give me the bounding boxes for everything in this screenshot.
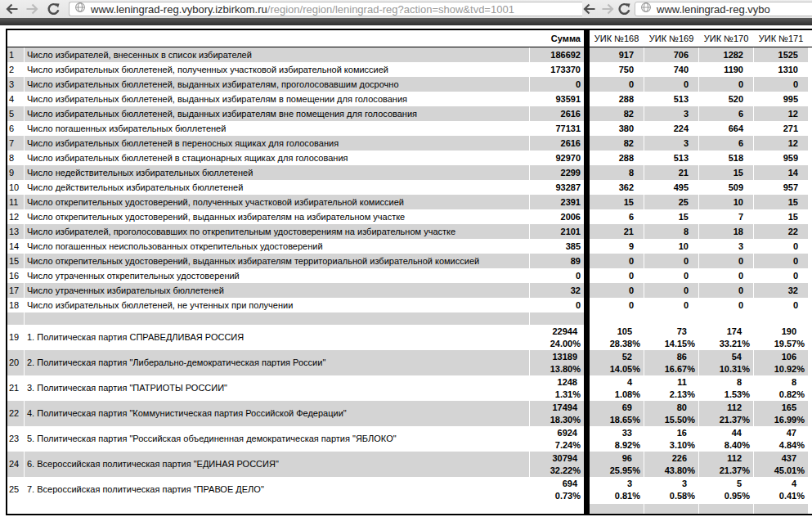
partial-cell bbox=[754, 504, 808, 514]
uik-value: 495 bbox=[644, 180, 698, 195]
uik-value: 513 bbox=[644, 92, 698, 106]
row-label: Число избирательных бюллетеней, выданных… bbox=[25, 106, 529, 121]
back-button[interactable] bbox=[5, 2, 20, 16]
vote-count: 69 bbox=[590, 402, 644, 414]
vote-percent: 13.80% bbox=[530, 363, 581, 375]
uik-value: 82 bbox=[590, 136, 644, 151]
uik-value: 32 bbox=[754, 283, 808, 298]
row-label: Число избирательных бюллетеней в стацион… bbox=[25, 151, 529, 165]
uik-value: 21 bbox=[644, 165, 698, 180]
row-label: Число избирательных бюллетеней, полученн… bbox=[25, 62, 529, 77]
sum-value: 0 bbox=[530, 298, 584, 312]
uik-value: 0 bbox=[644, 283, 698, 298]
vote-count: 22944 bbox=[530, 326, 581, 338]
uik-value: 9 bbox=[590, 239, 644, 254]
uik-value: 82 bbox=[590, 106, 644, 121]
table-row: 380224664271 bbox=[590, 121, 812, 136]
uik-votes-cell: 41.08% bbox=[590, 375, 644, 401]
uik-value: 664 bbox=[699, 121, 753, 136]
vote-count: 1248 bbox=[530, 376, 581, 389]
table-row: 823612 bbox=[590, 106, 812, 121]
sum-value: 0 bbox=[530, 268, 584, 283]
vote-count: 112 bbox=[699, 452, 753, 465]
uik-votes-cell: 80.82% bbox=[754, 375, 808, 401]
uik-value: 15 bbox=[590, 195, 644, 209]
table-row: 9Число недействительных избирательных бю… bbox=[7, 165, 584, 180]
uik-votes-cell: 474.84% bbox=[754, 426, 808, 452]
uik-value: 959 bbox=[754, 151, 808, 165]
uik-value: 509 bbox=[699, 180, 753, 195]
row-number: 6 bbox=[7, 121, 24, 136]
vote-percent: 0.73% bbox=[530, 490, 581, 502]
uik-value: 0 bbox=[590, 268, 644, 283]
uik-votes-cell: 30.81% bbox=[590, 477, 644, 502]
table-row: 2Число избирательных бюллетеней, получен… bbox=[7, 62, 584, 77]
uik-value: 750 bbox=[590, 62, 644, 77]
uik-votes-cell: 11221.37% bbox=[699, 452, 753, 477]
uik-value: 740 bbox=[644, 62, 698, 77]
vote-count: 165 bbox=[754, 402, 808, 414]
url-omnibox-left[interactable]: www.leningrad-reg.vybory.izbirkom.ru/reg… bbox=[69, 2, 582, 16]
sum-value: 2391 bbox=[530, 195, 584, 209]
vote-count: 5 bbox=[699, 478, 753, 490]
uik-value: 15 bbox=[754, 209, 808, 224]
vote-count: 96 bbox=[590, 452, 644, 465]
vote-count: 47 bbox=[754, 427, 808, 439]
party-row: 224. Политическая партия "Коммунистическ… bbox=[7, 401, 584, 426]
uik-value: 15 bbox=[699, 165, 753, 180]
table-row: 00032 bbox=[590, 283, 812, 298]
vote-count: 3 bbox=[590, 478, 644, 490]
back-button-right[interactable] bbox=[582, 2, 597, 16]
table-header-row: Сумма bbox=[7, 30, 584, 47]
table-row: 0000 bbox=[590, 77, 812, 92]
uik-value: 10 bbox=[699, 195, 753, 209]
browser-toolbar: www.leningrad-reg.vybory.izbirkom.ru/reg… bbox=[0, 0, 812, 18]
row-label: Число избирательных бюллетеней, выданных… bbox=[25, 92, 529, 106]
table-row: 0000 bbox=[590, 254, 812, 268]
table-row: 16Число утраченных открепительных удосто… bbox=[7, 268, 584, 283]
partial-next-row bbox=[590, 504, 812, 514]
vote-count: 4 bbox=[754, 478, 808, 490]
table-row: 1Число избирателей, внесенных в список и… bbox=[7, 47, 584, 62]
sum-value: 2616 bbox=[530, 136, 584, 151]
vote-count: 73 bbox=[644, 326, 698, 338]
uik-value: 706 bbox=[644, 47, 698, 62]
reload-button-right[interactable] bbox=[617, 2, 632, 16]
uik-value: 995 bbox=[754, 92, 808, 106]
row-number: 16 bbox=[7, 268, 24, 283]
vote-count: 106 bbox=[754, 351, 808, 363]
forward-button-right[interactable] bbox=[600, 2, 615, 16]
uik-value: 25 bbox=[644, 195, 698, 209]
sum-value: 93591 bbox=[530, 92, 584, 106]
url-omnibox-right[interactable]: www.leningrad-reg.vybo bbox=[635, 2, 812, 16]
vote-percent: 25.95% bbox=[590, 465, 644, 477]
uik-value: 0 bbox=[699, 254, 753, 268]
separator-cell bbox=[25, 312, 529, 325]
reload-button[interactable] bbox=[47, 2, 61, 16]
uik-votes-cell: 338.92% bbox=[590, 426, 644, 452]
table-row: 8211514 bbox=[590, 165, 812, 180]
party-row: 30.81%30.58%50.95%40.41% bbox=[590, 477, 812, 502]
party-name: 6. Всероссийская политическая партия "ЕД… bbox=[25, 452, 529, 477]
table-row: 17Число утраченных избирательных бюллете… bbox=[7, 283, 584, 298]
vote-percent: 0.58% bbox=[644, 490, 698, 502]
row-label-header bbox=[25, 30, 529, 47]
uik-votes-cell: 30.58% bbox=[644, 477, 698, 502]
uik-column-header: УИК №171 bbox=[754, 30, 808, 47]
sum-value: 2299 bbox=[530, 165, 584, 180]
row-number: 7 bbox=[7, 136, 24, 151]
row-number: 22 bbox=[7, 401, 24, 426]
uik-value: 22 bbox=[754, 224, 808, 239]
vote-percent: 18.65% bbox=[590, 414, 644, 426]
partial-cell bbox=[699, 504, 753, 514]
party-name: 2. Политическая партия "Либерально-демок… bbox=[25, 350, 529, 375]
table-row: 5Число избирательных бюллетеней, выданны… bbox=[7, 106, 584, 121]
row-label: Число избирателей, внесенных в список из… bbox=[25, 47, 529, 62]
forward-button[interactable] bbox=[25, 2, 39, 16]
vote-percent: 0.41% bbox=[754, 490, 808, 502]
party-row: 246. Всероссийская политическая партия "… bbox=[7, 452, 584, 477]
uik-votes-cell: 17433.21% bbox=[699, 325, 753, 350]
uik-votes-cell: 7314.15% bbox=[644, 325, 698, 350]
uik-value: 0 bbox=[754, 268, 808, 283]
uik-value: 6 bbox=[590, 209, 644, 224]
